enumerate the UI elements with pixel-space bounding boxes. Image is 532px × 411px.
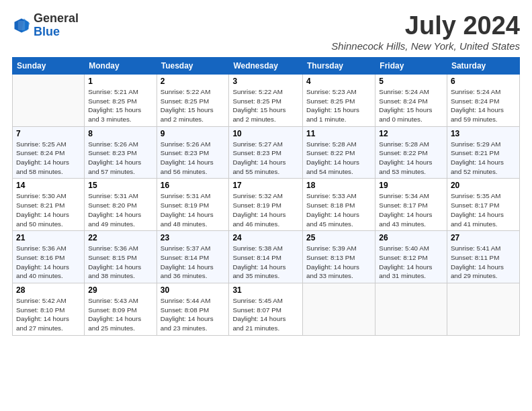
day-number: 8: [88, 129, 152, 138]
day-cell: 19Sunrise: 5:34 AM Sunset: 8:17 PM Dayli…: [375, 179, 447, 231]
day-info: Sunrise: 5:22 AM Sunset: 8:25 PM Dayligh…: [232, 87, 299, 124]
day-number: 10: [232, 129, 299, 138]
day-number: 30: [161, 285, 226, 295]
day-cell: 25Sunrise: 5:39 AM Sunset: 8:13 PM Dayli…: [303, 231, 375, 283]
day-cell: 30Sunrise: 5:44 AM Sunset: 8:08 PM Dayli…: [157, 283, 229, 336]
day-number: 5: [379, 77, 443, 86]
day-number: 31: [232, 285, 299, 295]
col-wednesday: Wednesday: [229, 57, 303, 74]
day-info: Sunrise: 5:28 AM Sunset: 8:22 PM Dayligh…: [379, 140, 443, 177]
day-cell: 14Sunrise: 5:30 AM Sunset: 8:21 PM Dayli…: [13, 179, 85, 231]
day-info: Sunrise: 5:26 AM Sunset: 8:23 PM Dayligh…: [161, 140, 226, 177]
day-info: Sunrise: 5:39 AM Sunset: 8:13 PM Dayligh…: [306, 244, 371, 281]
day-number: 17: [232, 181, 299, 190]
day-cell: 17Sunrise: 5:32 AM Sunset: 8:19 PM Dayli…: [229, 179, 303, 231]
title-block: July 2024 Shinnecock Hills, New York, Un…: [331, 12, 520, 52]
logo: General Blue: [12, 12, 79, 39]
day-cell: 29Sunrise: 5:43 AM Sunset: 8:09 PM Dayli…: [85, 283, 157, 336]
week-row-3: 14Sunrise: 5:30 AM Sunset: 8:21 PM Dayli…: [13, 179, 520, 231]
location: Shinnecock Hills, New York, United State…: [331, 40, 520, 52]
day-info: Sunrise: 5:44 AM Sunset: 8:08 PM Dayligh…: [161, 296, 226, 333]
day-number: 2: [161, 77, 226, 86]
day-cell: 22Sunrise: 5:36 AM Sunset: 8:15 PM Dayli…: [85, 231, 157, 283]
month-title: July 2024: [331, 12, 520, 40]
day-cell: 11Sunrise: 5:28 AM Sunset: 8:22 PM Dayli…: [303, 126, 375, 179]
col-friday: Friday: [375, 57, 447, 74]
day-cell: 15Sunrise: 5:31 AM Sunset: 8:20 PM Dayli…: [85, 179, 157, 231]
day-info: Sunrise: 5:34 AM Sunset: 8:17 PM Dayligh…: [379, 191, 443, 228]
day-number: 19: [379, 181, 443, 190]
day-cell: 18Sunrise: 5:33 AM Sunset: 8:18 PM Dayli…: [303, 179, 375, 231]
day-info: Sunrise: 5:36 AM Sunset: 8:15 PM Dayligh…: [88, 244, 152, 281]
day-number: 20: [451, 181, 516, 190]
day-number: 13: [451, 129, 516, 138]
week-row-1: 1Sunrise: 5:21 AM Sunset: 8:25 PM Daylig…: [13, 74, 520, 126]
day-number: 7: [16, 129, 81, 138]
day-info: Sunrise: 5:21 AM Sunset: 8:25 PM Dayligh…: [88, 87, 152, 124]
day-number: 16: [161, 181, 226, 190]
day-info: Sunrise: 5:31 AM Sunset: 8:20 PM Dayligh…: [88, 191, 152, 228]
page: General Blue July 2024 Shinnecock Hills,…: [0, 0, 532, 411]
day-info: Sunrise: 5:28 AM Sunset: 8:22 PM Dayligh…: [306, 140, 371, 177]
day-number: 28: [16, 285, 81, 295]
calendar: Sunday Monday Tuesday Wednesday Thursday…: [12, 57, 520, 336]
day-info: Sunrise: 5:42 AM Sunset: 8:10 PM Dayligh…: [16, 296, 81, 333]
col-monday: Monday: [85, 57, 157, 74]
day-info: Sunrise: 5:23 AM Sunset: 8:25 PM Dayligh…: [306, 87, 371, 124]
day-info: Sunrise: 5:24 AM Sunset: 8:24 PM Dayligh…: [451, 87, 516, 124]
logo-icon: [12, 16, 31, 35]
day-number: 6: [451, 77, 516, 86]
day-cell: 5Sunrise: 5:24 AM Sunset: 8:24 PM Daylig…: [375, 74, 447, 126]
day-cell: 2Sunrise: 5:22 AM Sunset: 8:25 PM Daylig…: [157, 74, 229, 126]
day-cell: 10Sunrise: 5:27 AM Sunset: 8:23 PM Dayli…: [229, 126, 303, 179]
day-number: 4: [306, 77, 371, 86]
day-number: 9: [161, 129, 226, 138]
day-number: 29: [88, 285, 152, 295]
day-cell: 9Sunrise: 5:26 AM Sunset: 8:23 PM Daylig…: [157, 126, 229, 179]
day-cell: 6Sunrise: 5:24 AM Sunset: 8:24 PM Daylig…: [447, 74, 519, 126]
day-number: 22: [88, 233, 152, 242]
day-info: Sunrise: 5:25 AM Sunset: 8:24 PM Dayligh…: [16, 140, 81, 177]
day-cell: 16Sunrise: 5:31 AM Sunset: 8:19 PM Dayli…: [157, 179, 229, 231]
day-cell: 1Sunrise: 5:21 AM Sunset: 8:25 PM Daylig…: [85, 74, 157, 126]
calendar-header-row: Sunday Monday Tuesday Wednesday Thursday…: [13, 57, 520, 74]
day-info: Sunrise: 5:36 AM Sunset: 8:16 PM Dayligh…: [16, 244, 81, 281]
day-info: Sunrise: 5:30 AM Sunset: 8:21 PM Dayligh…: [16, 191, 81, 228]
col-saturday: Saturday: [447, 57, 519, 74]
day-cell: 12Sunrise: 5:28 AM Sunset: 8:22 PM Dayli…: [375, 126, 447, 179]
day-cell: 13Sunrise: 5:29 AM Sunset: 8:21 PM Dayli…: [447, 126, 519, 179]
day-info: Sunrise: 5:45 AM Sunset: 8:07 PM Dayligh…: [232, 296, 299, 333]
day-info: Sunrise: 5:22 AM Sunset: 8:25 PM Dayligh…: [161, 87, 226, 124]
week-row-5: 28Sunrise: 5:42 AM Sunset: 8:10 PM Dayli…: [13, 283, 520, 336]
day-cell: 7Sunrise: 5:25 AM Sunset: 8:24 PM Daylig…: [13, 126, 85, 179]
logo-general: General: [34, 11, 79, 25]
day-cell: 24Sunrise: 5:38 AM Sunset: 8:14 PM Dayli…: [229, 231, 303, 283]
day-info: Sunrise: 5:37 AM Sunset: 8:14 PM Dayligh…: [161, 244, 226, 281]
day-info: Sunrise: 5:35 AM Sunset: 8:17 PM Dayligh…: [451, 191, 516, 228]
header: General Blue July 2024 Shinnecock Hills,…: [12, 12, 520, 52]
week-row-2: 7Sunrise: 5:25 AM Sunset: 8:24 PM Daylig…: [13, 126, 520, 179]
svg-rect-2: [18, 21, 26, 30]
day-cell: 21Sunrise: 5:36 AM Sunset: 8:16 PM Dayli…: [13, 231, 85, 283]
day-number: 14: [16, 181, 81, 190]
day-number: 3: [232, 77, 299, 86]
day-number: 21: [16, 233, 81, 242]
day-cell: 28Sunrise: 5:42 AM Sunset: 8:10 PM Dayli…: [13, 283, 85, 336]
day-info: Sunrise: 5:32 AM Sunset: 8:19 PM Dayligh…: [232, 191, 299, 228]
logo-text: General Blue: [34, 12, 79, 39]
col-sunday: Sunday: [13, 57, 85, 74]
day-info: Sunrise: 5:41 AM Sunset: 8:11 PM Dayligh…: [451, 244, 516, 281]
day-cell: 27Sunrise: 5:41 AM Sunset: 8:11 PM Dayli…: [447, 231, 519, 283]
day-info: Sunrise: 5:33 AM Sunset: 8:18 PM Dayligh…: [306, 191, 371, 228]
day-cell: [375, 283, 447, 336]
day-info: Sunrise: 5:31 AM Sunset: 8:19 PM Dayligh…: [161, 191, 226, 228]
day-info: Sunrise: 5:43 AM Sunset: 8:09 PM Dayligh…: [88, 296, 152, 333]
day-info: Sunrise: 5:29 AM Sunset: 8:21 PM Dayligh…: [451, 140, 516, 177]
day-cell: [447, 283, 519, 336]
day-number: 18: [306, 181, 371, 190]
day-number: 27: [451, 233, 516, 242]
day-info: Sunrise: 5:26 AM Sunset: 8:23 PM Dayligh…: [88, 140, 152, 177]
col-tuesday: Tuesday: [157, 57, 229, 74]
day-info: Sunrise: 5:38 AM Sunset: 8:14 PM Dayligh…: [232, 244, 299, 281]
day-number: 26: [379, 233, 443, 242]
